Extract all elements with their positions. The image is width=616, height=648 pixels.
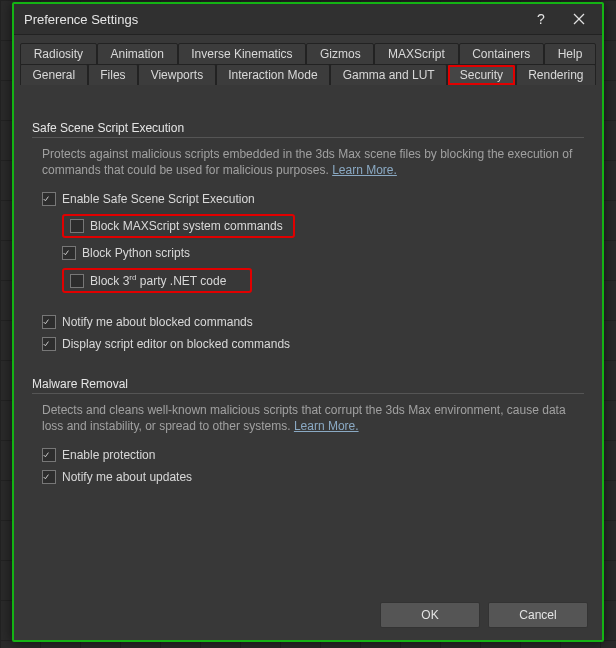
label-notify-updates: Notify me about updates xyxy=(62,470,192,484)
label-enable-safe-scene: Enable Safe Scene Script Execution xyxy=(62,192,255,206)
label-block-maxscript: Block MAXScript system commands xyxy=(90,219,283,233)
row-enable-safe-scene[interactable]: Enable Safe Scene Script Execution xyxy=(32,188,584,210)
tab-radiosity[interactable]: Radiosity xyxy=(20,43,97,65)
label-display-editor: Display script editor on blocked command… xyxy=(62,337,290,351)
tab-help[interactable]: Help xyxy=(544,43,596,65)
ok-button[interactable]: OK xyxy=(380,602,480,628)
row-block-dotnet[interactable]: Block 3rd party .NET code xyxy=(32,264,584,297)
tab-containers[interactable]: Containers xyxy=(459,43,544,65)
label-enable-protection: Enable protection xyxy=(62,448,155,462)
highlight-block-dotnet: Block 3rd party .NET code xyxy=(62,268,252,293)
checkbox-block-python[interactable] xyxy=(62,246,76,260)
checkbox-notify-blocked[interactable] xyxy=(42,315,56,329)
help-icon[interactable]: ? xyxy=(522,5,560,33)
checkbox-block-maxscript[interactable] xyxy=(70,219,84,233)
learn-more-link-safe-scene[interactable]: Learn More. xyxy=(332,163,397,177)
tab-security[interactable]: Security xyxy=(447,64,515,85)
dialog-footer: OK Cancel xyxy=(14,592,602,640)
row-block-maxscript[interactable]: Block MAXScript system commands xyxy=(32,210,584,242)
checkbox-notify-updates[interactable] xyxy=(42,470,56,484)
tab-content-security: Safe Scene Script Execution Protects aga… xyxy=(14,89,602,592)
row-block-python[interactable]: Block Python scripts xyxy=(32,242,584,264)
label-notify-blocked: Notify me about blocked commands xyxy=(62,315,253,329)
tab-animation[interactable]: Animation xyxy=(97,43,178,65)
checkbox-enable-safe-scene[interactable] xyxy=(42,192,56,206)
row-notify-blocked[interactable]: Notify me about blocked commands xyxy=(32,311,584,333)
checkbox-block-dotnet[interactable] xyxy=(70,274,84,288)
window-title: Preference Settings xyxy=(24,12,522,27)
tab-viewports[interactable]: Viewports xyxy=(138,64,216,85)
row-display-editor[interactable]: Display script editor on blocked command… xyxy=(32,333,584,355)
group-safe-scene: Safe Scene Script Execution Protects aga… xyxy=(32,121,584,355)
tab-row-2: General Files Viewports Interaction Mode… xyxy=(20,64,596,85)
label-block-dotnet: Block 3rd party .NET code xyxy=(90,273,226,288)
group-title-malware: Malware Removal xyxy=(32,377,584,391)
tab-gamma-and-lut[interactable]: Gamma and LUT xyxy=(330,64,447,85)
tab-inverse-kinematics[interactable]: Inverse Kinematics xyxy=(178,43,307,65)
checkbox-enable-protection[interactable] xyxy=(42,448,56,462)
divider xyxy=(32,393,584,394)
divider xyxy=(32,137,584,138)
learn-more-link-malware[interactable]: Learn More. xyxy=(294,419,359,433)
label-block-python: Block Python scripts xyxy=(82,246,190,260)
preferences-dialog: Preference Settings ? Radiosity Animatio… xyxy=(12,2,604,642)
group-desc-safe-scene: Protects against malicious scripts embed… xyxy=(32,146,584,188)
row-notify-updates[interactable]: Notify me about updates xyxy=(32,466,584,488)
tab-rendering[interactable]: Rendering xyxy=(516,64,596,85)
tab-container: Radiosity Animation Inverse Kinematics G… xyxy=(14,35,602,89)
group-malware-removal: Malware Removal Detects and cleans well-… xyxy=(32,377,584,488)
tab-general[interactable]: General xyxy=(20,64,88,85)
row-enable-protection[interactable]: Enable protection xyxy=(32,444,584,466)
titlebar: Preference Settings ? xyxy=(14,4,602,35)
checkbox-display-editor[interactable] xyxy=(42,337,56,351)
tab-gizmos[interactable]: Gizmos xyxy=(306,43,374,65)
cancel-button[interactable]: Cancel xyxy=(488,602,588,628)
highlight-block-maxscript: Block MAXScript system commands xyxy=(62,214,295,238)
group-title-safe-scene: Safe Scene Script Execution xyxy=(32,121,584,135)
safe-scene-desc-text: Protects against malicious scripts embed… xyxy=(42,147,572,177)
tab-files[interactable]: Files xyxy=(88,64,138,85)
tab-maxscript[interactable]: MAXScript xyxy=(374,43,458,65)
group-desc-malware: Detects and cleans well-known malicious … xyxy=(32,402,584,444)
close-icon[interactable] xyxy=(560,5,598,33)
tab-row-1: Radiosity Animation Inverse Kinematics G… xyxy=(20,43,596,65)
tab-interaction-mode[interactable]: Interaction Mode xyxy=(216,64,330,85)
